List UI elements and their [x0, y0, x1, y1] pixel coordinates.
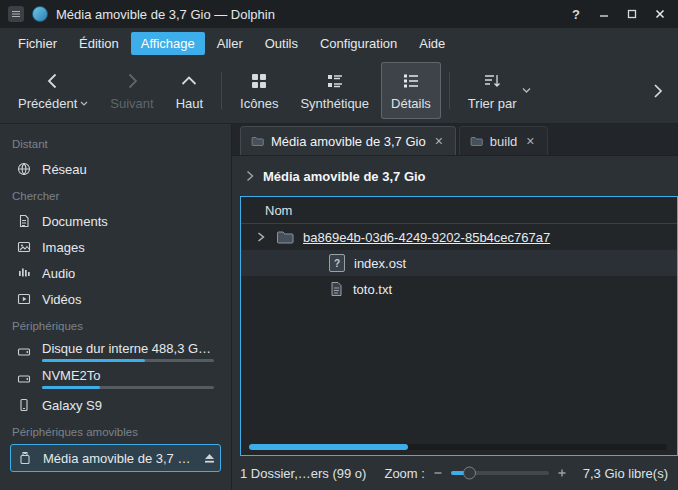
menu-edition[interactable]: Édition: [69, 32, 129, 55]
sidebar-item-galaxy-s9[interactable]: Galaxy S9: [10, 392, 225, 418]
sidebar-item-label: Images: [42, 240, 85, 255]
horizontal-scrollbar[interactable]: [249, 444, 667, 450]
audio-icon: [16, 265, 32, 281]
menu-outils[interactable]: Outils: [255, 32, 308, 55]
sidebar-item-label: Documents: [42, 214, 108, 229]
sidebar-item-videos[interactable]: Vidéos: [10, 286, 225, 312]
details-view-button[interactable]: Détails: [381, 62, 441, 119]
zoom-slider-handle[interactable]: [463, 467, 476, 480]
folder-icon: [276, 230, 294, 245]
status-summary: 1 Dossier,…ers (99 o): [240, 466, 366, 481]
toolbar-separator: [449, 72, 450, 109]
file-row[interactable]: ? index.ost: [241, 250, 677, 276]
zoom-out-icon[interactable]: [433, 468, 443, 478]
sort-icon: [482, 70, 502, 92]
up-button[interactable]: Haut: [166, 62, 213, 119]
menu-affichage[interactable]: Affichage: [131, 32, 205, 55]
sidebar-item-label: Média amovible de 3,7 …: [43, 451, 190, 466]
chevron-right-icon: [122, 70, 142, 92]
back-button[interactable]: Précédent: [8, 62, 98, 119]
sidebar-item-media-amovible[interactable]: Média amovible de 3,7 …: [10, 444, 221, 472]
up-label: Haut: [176, 96, 203, 111]
dolphin-app-icon: [32, 6, 48, 22]
view-compact-icon: [325, 70, 345, 92]
tab-media-amovible[interactable]: Média amovible de 3,7 Gio ×: [240, 126, 456, 155]
zoom-slider-fill: [451, 471, 469, 475]
toolbar-separator: [221, 72, 222, 109]
file-row[interactable]: ba869e4b-03d6-4249-9202-85b4cec767a7: [241, 224, 677, 250]
tab-build[interactable]: build ×: [459, 126, 548, 155]
chevron-down-icon: [522, 87, 531, 94]
sidebar-item-disque-dur[interactable]: Disque dur interne 488,3 G…: [10, 338, 225, 365]
sort-by-label: Trier par: [468, 96, 517, 111]
unknown-file-icon: ?: [329, 254, 345, 272]
hard-drive-icon: [16, 344, 32, 360]
icons-view-button[interactable]: Icônes: [230, 62, 288, 119]
sort-by-button[interactable]: Trier par: [458, 62, 540, 119]
column-header-nom[interactable]: Nom: [265, 203, 292, 218]
zoom-label: Zoom :: [384, 466, 424, 481]
zoom-slider[interactable]: [451, 466, 549, 480]
sidebar-item-label: Vidéos: [42, 292, 82, 307]
maximize-button[interactable]: [622, 4, 642, 24]
menu-aide[interactable]: Aide: [409, 32, 455, 55]
breadcrumb-location[interactable]: Média amovible de 3,7 Gio: [263, 169, 426, 184]
removable-media-icon: [17, 450, 33, 466]
sidebar-item-audio[interactable]: Audio: [10, 260, 225, 286]
help-button[interactable]: ?: [566, 4, 586, 24]
tab-label: Média amovible de 3,7 Gio: [271, 134, 426, 149]
expander-icon[interactable]: [257, 232, 267, 242]
file-row[interactable]: toto.txt: [241, 276, 677, 302]
toolbar-overflow-button[interactable]: [646, 79, 670, 103]
sidebar-item-documents[interactable]: Documents: [10, 208, 225, 234]
folder-icon: [251, 136, 264, 147]
section-peripheriques: Périphériques: [12, 320, 225, 332]
menu-aller[interactable]: Aller: [207, 32, 253, 55]
window-title: Média amovible de 3,7 Gio — Dolphin: [56, 7, 275, 22]
breadcrumb-chevron-icon: [246, 170, 254, 182]
close-button[interactable]: [650, 4, 670, 24]
sidebar-item-label: Galaxy S9: [42, 398, 102, 413]
eject-button[interactable]: [203, 452, 216, 464]
forward-button[interactable]: Suivant: [100, 62, 163, 119]
section-distant: Distant: [12, 138, 225, 150]
zoom-slider-track[interactable]: [451, 471, 549, 475]
titlebar[interactable]: Média amovible de 3,7 Gio — Dolphin ?: [0, 0, 678, 28]
icons-label: Icônes: [240, 96, 278, 111]
section-peripheriques-amovibles: Périphériques amovibles: [12, 426, 225, 438]
tab-bar: Média amovible de 3,7 Gio × build ×: [232, 124, 678, 156]
content-area: Distant Réseau Chercher Documents Images: [0, 124, 678, 490]
menu-configuration[interactable]: Configuration: [310, 32, 407, 55]
minimize-button[interactable]: [594, 4, 614, 24]
breadcrumb: Média amovible de 3,7 Gio: [232, 156, 678, 196]
forward-label: Suivant: [110, 96, 153, 111]
status-bar: 1 Dossier,…ers (99 o) Zoom : 7,3 Gio: [232, 456, 678, 490]
file-name[interactable]: index.ost: [354, 256, 406, 271]
sidebar-item-label: Réseau: [42, 162, 87, 177]
tab-label: build: [490, 134, 517, 149]
menu-fichier[interactable]: Fichier: [8, 32, 67, 55]
folder-view: Nom ba869e4b-03d6-4249-9202-85b4cec767a7…: [240, 196, 678, 456]
app-menu-icon[interactable]: [8, 6, 24, 22]
capacity-bar: [42, 359, 214, 362]
tab-close-icon[interactable]: ×: [524, 134, 536, 148]
chevron-left-icon: [43, 70, 63, 92]
tab-close-icon[interactable]: ×: [433, 134, 445, 148]
sidebar-item-nvme[interactable]: NVME2To: [10, 365, 225, 392]
chevron-up-icon: [179, 70, 199, 92]
file-name[interactable]: toto.txt: [353, 282, 392, 297]
eject-icon: [203, 452, 216, 464]
text-file-icon: [329, 281, 344, 297]
images-icon: [16, 239, 32, 255]
free-space-label: 7,3 Gio libre(s): [583, 466, 668, 481]
compact-view-button[interactable]: Synthétique: [290, 62, 379, 119]
sidebar-item-images[interactable]: Images: [10, 234, 225, 260]
back-label: Précédent: [18, 96, 77, 111]
view-icons-icon: [249, 70, 269, 92]
file-name[interactable]: ba869e4b-03d6-4249-9202-85b4cec767a7: [303, 230, 550, 245]
main-panel: Média amovible de 3,7 Gio × build × Médi…: [232, 124, 678, 490]
zoom-in-icon[interactable]: [557, 468, 567, 478]
folder-icon: [470, 136, 483, 147]
sidebar-item-reseau[interactable]: Réseau: [10, 156, 225, 182]
scrollbar-thumb[interactable]: [249, 444, 408, 450]
